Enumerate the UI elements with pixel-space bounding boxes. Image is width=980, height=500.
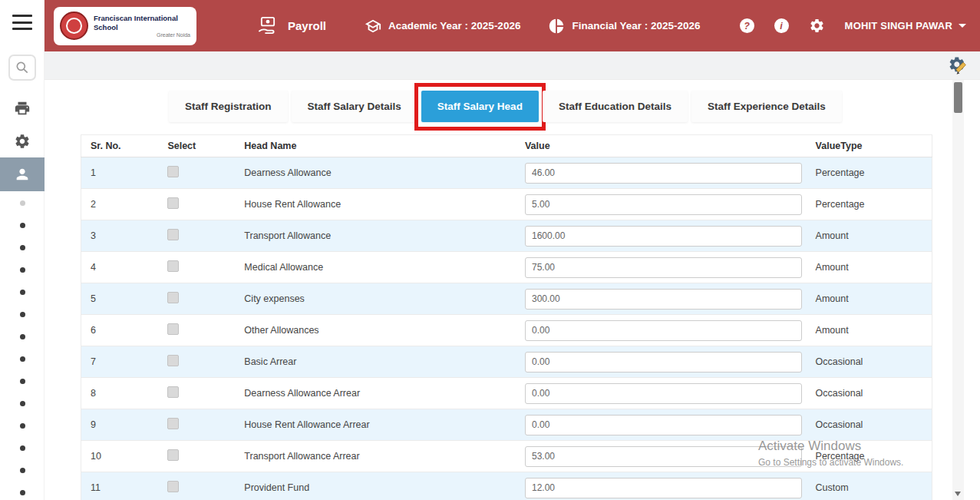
sidebar-bullet[interactable] — [20, 267, 25, 273]
cell-head-name: Medical Allowance — [238, 252, 522, 283]
staff-person-icon — [14, 166, 31, 183]
tab-label: Staff Salary Details — [308, 101, 401, 112]
cell-select — [161, 409, 238, 441]
sidebar-bullet[interactable] — [20, 334, 25, 339]
user-menu[interactable]: MOHIT SINGH PAWAR — [845, 20, 966, 31]
value-input[interactable] — [525, 194, 802, 215]
value-input[interactable] — [525, 383, 802, 404]
cell-head-name: Other Allowances — [238, 315, 522, 346]
sidebar-bullet[interactable] — [20, 356, 25, 362]
cell-select — [161, 252, 238, 283]
pie-chart-icon — [548, 18, 565, 35]
sidebar-bullet[interactable] — [20, 223, 25, 228]
sidebar-bullet[interactable] — [20, 290, 25, 295]
financial-year: Financial Year : 2025-2026 — [548, 18, 700, 35]
app-window: Franciscan International School Greater … — [0, 0, 980, 500]
cell-value — [522, 441, 810, 472]
cell-value-type: Percentage — [810, 157, 932, 189]
sidebar-bullet[interactable] — [20, 423, 25, 429]
customize-settings-button[interactable] — [947, 55, 969, 77]
select-checkbox[interactable] — [167, 386, 179, 398]
tab-staff-education-details[interactable]: Staff Education Details — [543, 91, 688, 122]
cell-select — [161, 220, 238, 252]
hamburger-menu-button[interactable] — [10, 12, 35, 32]
select-checkbox[interactable] — [167, 166, 179, 177]
chevron-down-icon — [959, 24, 966, 28]
top-header: Franciscan International School Greater … — [45, 0, 980, 51]
column-header-select: Select — [161, 135, 238, 157]
select-checkbox[interactable] — [167, 355, 179, 366]
value-input[interactable] — [525, 478, 802, 498]
sidebar-item-settings[interactable] — [0, 126, 45, 157]
sidebar — [0, 0, 45, 500]
value-input[interactable] — [525, 446, 802, 467]
sidebar-bullet[interactable] — [20, 490, 25, 495]
cell-sr-no: 10 — [81, 441, 162, 472]
cell-head-name: Dearness Allowance Arrear — [238, 378, 522, 409]
sidebar-bullet[interactable] — [20, 379, 25, 384]
cell-head-name: House Rent Allowance Arrear — [238, 409, 522, 441]
sidebar-bullet[interactable] — [20, 245, 25, 250]
tab-label: Staff Experience Details — [708, 101, 826, 112]
sidebar-bullet-menu — [0, 200, 45, 495]
select-checkbox[interactable] — [167, 292, 179, 303]
cell-select — [161, 378, 238, 409]
module-title: Payroll — [255, 15, 326, 37]
hamburger-bar — [12, 22, 32, 24]
value-input[interactable] — [525, 163, 802, 184]
select-checkbox[interactable] — [167, 481, 179, 492]
cell-head-name: Dearness Allowance — [238, 157, 522, 189]
settings-button[interactable] — [809, 18, 825, 34]
cell-sr-no: 3 — [81, 220, 162, 252]
header-actions: ? i MOHIT SINGH PAWAR — [740, 18, 966, 34]
tab-staff-experience-details[interactable]: Staff Experience Details — [691, 91, 842, 122]
tab-staff-salary-head[interactable]: Staff Salary Head — [421, 91, 539, 122]
cell-value-type: Amount — [810, 220, 932, 252]
sidebar-search-button[interactable] — [8, 55, 36, 81]
scrollbar-thumb[interactable] — [954, 82, 962, 113]
tab-staff-registration[interactable]: Staff Registration — [169, 91, 288, 122]
value-input[interactable] — [525, 226, 802, 247]
cell-select — [161, 283, 238, 315]
column-header-sr-no: Sr. No. — [81, 135, 162, 157]
cell-value-type: Custom — [810, 472, 932, 500]
scrollbar-down-arrow-icon[interactable] — [955, 492, 961, 496]
select-checkbox[interactable] — [167, 449, 179, 461]
sidebar-item-print[interactable] — [0, 93, 45, 124]
value-input[interactable] — [525, 289, 802, 310]
select-checkbox[interactable] — [167, 323, 179, 335]
cell-select — [161, 441, 238, 472]
vertical-scrollbar[interactable] — [952, 80, 964, 500]
academic-year-label: Academic Year : 2025-2026 — [388, 20, 520, 31]
value-input[interactable] — [525, 257, 802, 278]
sidebar-item-staff[interactable] — [0, 157, 45, 191]
value-input[interactable] — [525, 320, 802, 341]
search-icon — [15, 60, 30, 75]
value-input[interactable] — [525, 352, 802, 373]
cell-value — [522, 346, 810, 378]
cell-value — [522, 378, 810, 409]
tab-staff-salary-details[interactable]: Staff Salary Details — [292, 91, 417, 122]
cell-value — [522, 220, 810, 252]
select-checkbox[interactable] — [167, 229, 179, 240]
help-button[interactable]: ? — [740, 18, 754, 33]
sidebar-bullet[interactable] — [20, 468, 25, 473]
select-checkbox[interactable] — [167, 260, 179, 272]
tab-label: Staff Education Details — [559, 101, 671, 112]
cell-head-name: Provident Fund — [238, 472, 522, 500]
sidebar-bullet[interactable] — [20, 312, 25, 317]
sidebar-bullet[interactable] — [20, 401, 25, 406]
value-input[interactable] — [525, 415, 802, 435]
select-checkbox[interactable] — [167, 418, 179, 429]
info-button[interactable]: i — [774, 18, 789, 33]
column-header-value: Value — [522, 135, 810, 157]
gear-icon — [14, 133, 31, 150]
cell-value — [522, 315, 810, 346]
cell-value — [522, 472, 810, 500]
table-row: 8 Dearness Allowance Arrear Occasional — [81, 378, 932, 409]
salary-head-table: Sr. No. Select Head Name Value ValueType… — [81, 134, 932, 500]
sidebar-bullet[interactable] — [20, 200, 25, 206]
select-checkbox[interactable] — [167, 197, 179, 209]
school-logo-card[interactable]: Franciscan International School Greater … — [54, 7, 196, 45]
sidebar-bullet[interactable] — [20, 445, 25, 451]
